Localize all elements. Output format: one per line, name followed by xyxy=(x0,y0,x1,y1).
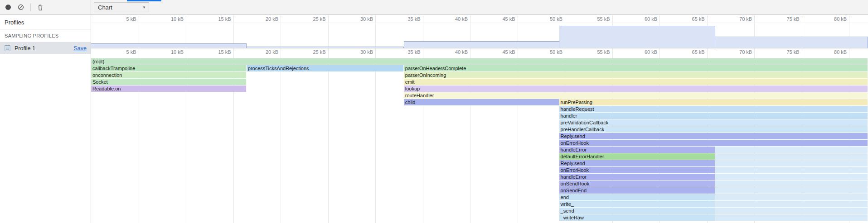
flame-bar-write[interactable]: write_ xyxy=(559,201,716,207)
flame-row: (root) xyxy=(91,58,868,65)
ruler-tick-label: 30 kB xyxy=(360,48,375,56)
overview-step xyxy=(247,47,404,48)
flame-bar[interactable] xyxy=(715,167,868,173)
flame-row: onconnectionparserOnIncoming xyxy=(91,72,868,79)
ruler-tick-label: 10 kB xyxy=(171,48,186,56)
flame-bar-label: onSendEnd xyxy=(559,188,587,193)
flame-bar-onerrorhook[interactable]: onErrorHook xyxy=(559,167,716,173)
flame-bar[interactable] xyxy=(715,187,868,194)
ruler-tick-label: 65 kB xyxy=(692,48,707,56)
flame-bar-writeraw[interactable]: _writeRaw xyxy=(559,214,716,221)
flame-row: Reply.send xyxy=(91,160,868,167)
flame-bar-processticksandrejections[interactable]: processTicksAndRejections xyxy=(247,65,404,71)
flame-bar-reply-send[interactable]: Reply.send xyxy=(559,160,716,166)
flame-bar-label: parserOnHeadersComplete xyxy=(404,66,466,71)
ruler-tick-label: 40 kB xyxy=(455,48,470,56)
ruler-tick-label: 35 kB xyxy=(407,48,422,56)
flame-bar-lookup[interactable]: lookup xyxy=(404,85,868,92)
flame-row: defaultErrorHandler xyxy=(91,153,868,160)
flame-bar-readable-on[interactable]: Readable.on xyxy=(91,85,247,92)
flame-bar-label: Readable.on xyxy=(91,86,121,91)
flame-bar-label: Reply.send xyxy=(559,161,585,166)
ruler-tick-label: 65 kB xyxy=(692,15,707,23)
flame-bar-label: runPreParsing xyxy=(559,100,592,105)
flame-bar-onsendhook[interactable]: onSendHook xyxy=(559,180,716,187)
flame-bar-label: _send xyxy=(559,208,574,214)
ruler-tick-label: 25 kB xyxy=(313,15,328,23)
flame-bar[interactable] xyxy=(715,201,868,207)
flame-row: childrunPreParsing xyxy=(91,99,868,106)
flame-bar-label: defaultErrorHandler xyxy=(559,154,604,159)
flame-bar[interactable] xyxy=(715,174,868,180)
flame-bar-child[interactable]: child xyxy=(404,99,559,105)
flame-bar-label: handleError xyxy=(559,147,587,152)
flame-row: end xyxy=(91,194,868,201)
ruler-tick-label: 35 kB xyxy=(407,15,422,23)
flame-bar-handlerequest[interactable]: handleRequest xyxy=(559,106,868,112)
flame-bar[interactable] xyxy=(715,153,868,160)
flame-row: onErrorHook xyxy=(91,167,868,174)
delete-profile-button[interactable] xyxy=(34,1,47,13)
flame-bar-socket[interactable]: Socket xyxy=(91,79,247,85)
flame-bar-label: onErrorHook xyxy=(559,167,589,173)
flame-bar-handleerror[interactable]: handleError xyxy=(559,147,716,153)
flame-bar-end[interactable]: end xyxy=(559,194,716,200)
flame-bar[interactable] xyxy=(715,194,868,200)
overview-timeline[interactable] xyxy=(91,23,868,48)
ruler-tick-label: 55 kB xyxy=(597,48,612,56)
flame-bar-label: onErrorHook xyxy=(559,140,589,146)
flame-bar-label: routeHandler xyxy=(404,93,434,98)
flame-bar-parseronheaderscomplete[interactable]: parserOnHeadersComplete xyxy=(404,65,868,71)
flame-bar-label: preValidationCallback xyxy=(559,120,609,125)
flame-bar-reply-send[interactable]: Reply.send xyxy=(559,133,868,139)
view-mode-select[interactable]: Chart ▼ xyxy=(94,2,149,12)
flame-bar-label: Reply.send xyxy=(559,133,585,139)
ruler-tick-label: 80 kB xyxy=(834,15,849,23)
flame-bar-label: handleRequest xyxy=(559,106,594,112)
flame-bar-onsendend[interactable]: onSendEnd xyxy=(559,187,716,194)
ruler-tick-label: 55 kB xyxy=(597,15,612,23)
ruler-tick-label: 30 kB xyxy=(360,15,375,23)
clear-all-button[interactable] xyxy=(15,1,27,13)
flame-bar-onconnection[interactable]: onconnection xyxy=(91,72,247,78)
flame-bar-handler[interactable]: handler xyxy=(559,113,868,119)
flame-row: Reply.send xyxy=(91,133,868,140)
flame-row: onSendHook xyxy=(91,180,868,187)
flame-bar[interactable] xyxy=(715,208,868,214)
ruler-tick-label: 25 kB xyxy=(313,48,328,56)
ruler-tick-label: 50 kB xyxy=(550,15,565,23)
flame-bar-label: child xyxy=(404,100,416,105)
flame-bar-emit[interactable]: emit xyxy=(404,79,868,85)
flame-row: _writeRaw xyxy=(91,214,868,221)
flame-bar-routehandler[interactable]: routeHandler xyxy=(404,92,868,99)
flame-bar-send[interactable]: _send xyxy=(559,208,716,214)
flame-bar-handleerror[interactable]: handleError xyxy=(559,174,716,180)
ruler-tick-label: 60 kB xyxy=(645,48,659,56)
flame-row: _send xyxy=(91,208,868,214)
flame-bar-parseronincoming[interactable]: parserOnIncoming xyxy=(404,72,868,78)
flame-bar-label: handleError xyxy=(559,174,587,180)
flame-row: onSendEnd xyxy=(91,187,868,194)
flame-bar-prevalidationcallback[interactable]: preValidationCallback xyxy=(559,119,868,126)
flame-bar-label: parserOnIncoming xyxy=(404,72,446,78)
flame-bar[interactable] xyxy=(715,147,868,153)
flame-bar-prehandlercallback[interactable]: preHandlerCallback xyxy=(559,126,868,133)
flame-row: write_ xyxy=(91,201,868,208)
ruler-tick-label: 70 kB xyxy=(739,48,754,56)
profile-item-profile-1[interactable]: Profile 1 Save xyxy=(0,42,91,54)
flame-bar[interactable] xyxy=(715,214,868,221)
flame-bar-onerrorhook[interactable]: onErrorHook xyxy=(559,140,868,146)
flame-bar[interactable] xyxy=(715,180,868,187)
toolbar: Chart ▼ xyxy=(0,0,868,15)
flame-row: preValidationCallback xyxy=(91,119,868,126)
save-profile-link[interactable]: Save xyxy=(74,45,87,52)
flame-bar[interactable] xyxy=(715,160,868,166)
flame-bar-callbacktrampoline[interactable]: callbackTrampoline xyxy=(91,65,247,71)
flame-bar-label: processTicksAndRejections xyxy=(247,66,309,71)
record-button[interactable] xyxy=(2,1,15,13)
overview-step xyxy=(91,43,247,48)
flame-bar-root[interactable]: (root) xyxy=(91,58,868,65)
flame-bar-defaulterrorhandler[interactable]: defaultErrorHandler xyxy=(559,153,716,160)
ruler-tick-label: 80 kB xyxy=(834,48,849,56)
flame-bar-runpreparsing[interactable]: runPreParsing xyxy=(559,99,868,105)
